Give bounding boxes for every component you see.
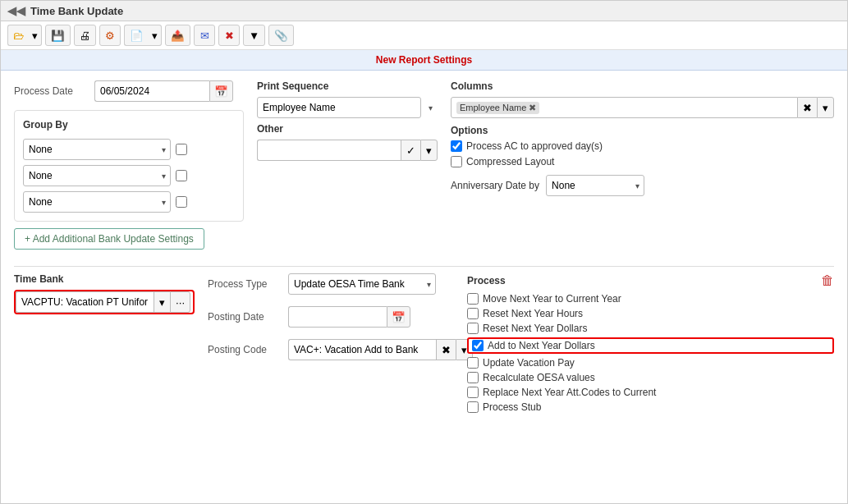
- posting-date-label: Posting Date: [208, 311, 282, 323]
- delete-btn[interactable]: ✖: [218, 25, 240, 46]
- process-option-row-0: Move Next Year to Current Year: [467, 293, 834, 305]
- process-type-label: Process Type: [208, 278, 282, 290]
- posting-date-calendar-btn[interactable]: 📅: [387, 306, 410, 328]
- copy-btn[interactable]: 📄: [124, 25, 149, 46]
- process-type-select[interactable]: Update OESA Time Bank: [288, 273, 436, 295]
- title-bar: ◀◀ Time Bank Update: [1, 1, 847, 21]
- options-title: Options: [451, 125, 834, 136]
- process-option-label-2: Reset Next Year Dollars: [483, 323, 587, 334]
- process-option-label-1: Reset Next Year Hours: [483, 308, 583, 319]
- process-option-label-4: Update Vacation Pay: [483, 357, 575, 369]
- columns-title: Columns: [451, 80, 834, 92]
- posting-code-select[interactable]: VAC+: Vacation Add to Bank: [288, 339, 436, 360]
- folder-dropdown-arrow[interactable]: ▾: [29, 25, 42, 46]
- group-by-checkbox-2[interactable]: [176, 170, 187, 181]
- process-option-label-3: Add to Next Year Dollars: [488, 340, 595, 351]
- copy-dropdown[interactable]: 📄 ▾: [124, 25, 162, 46]
- x-icon: ✖: [225, 30, 234, 42]
- process-option-checkbox-3[interactable]: [472, 340, 484, 351]
- trash-btn[interactable]: 🗑: [821, 273, 834, 288]
- middle-column: Print Sequence Employee Name ▾ Other ✓ ▾: [257, 80, 438, 222]
- back-arrow-icon[interactable]: ◀◀: [7, 4, 25, 17]
- print-section: Print Sequence Employee Name ▾: [257, 80, 438, 118]
- group-row-3: None ▾: [23, 191, 235, 213]
- posting-code-wrap: VAC+: Vacation Add to Bank ✖ ▾: [288, 339, 473, 360]
- columns-tag-input[interactable]: Employee Name ✖: [451, 97, 798, 118]
- bottom-form-grid: Time Bank VACPTU: Vacation PT Unifor ▾ ·…: [14, 273, 834, 413]
- calendar-btn[interactable]: 📅: [209, 80, 233, 102]
- process-right: Process 🗑 Move Next Year to Current Year…: [467, 273, 834, 413]
- process-option-checkbox-6[interactable]: [467, 387, 479, 398]
- columns-section: Columns Employee Name ✖ ✖ ▾: [451, 80, 834, 118]
- option-row-2: Compressed Layout: [451, 156, 834, 167]
- time-bank-dots-btn[interactable]: ···: [170, 291, 190, 313]
- print-icon: 🖨: [80, 30, 90, 42]
- export-btn[interactable]: 📤: [165, 25, 190, 46]
- process-option-checkbox-0[interactable]: [467, 293, 479, 305]
- options-section: Options Process AC to approved day(s) Co…: [451, 125, 834, 196]
- other-check-btn[interactable]: ✓: [401, 140, 420, 161]
- settings-btn[interactable]: ⚙: [99, 25, 121, 46]
- process-date-input[interactable]: [94, 80, 209, 102]
- export-icon: 📤: [171, 30, 185, 42]
- option1-checkbox[interactable]: [451, 140, 462, 152]
- print-sequence-select[interactable]: Employee Name: [257, 97, 421, 118]
- attach-btn[interactable]: 📎: [268, 25, 294, 46]
- time-bank-input-row: VACPTU: Vacation PT Unifor ▾ ···: [14, 290, 195, 314]
- group-row-2: None ▾: [23, 165, 235, 186]
- save-btn[interactable]: 💾: [45, 25, 71, 46]
- posting-code-clear-btn[interactable]: ✖: [436, 339, 456, 360]
- email-btn[interactable]: ✉: [194, 25, 215, 46]
- process-date-row: Process Date 📅: [14, 80, 244, 102]
- group-row-1: None ▾: [23, 139, 235, 160]
- time-bank-title: Time Bank: [14, 273, 195, 285]
- anniversary-date-label: Anniversary Date by: [451, 180, 539, 191]
- group-by-select-3[interactable]: None: [23, 191, 171, 213]
- folder-btn[interactable]: 🗁: [7, 25, 29, 46]
- process-option-checkbox-5[interactable]: [467, 372, 479, 383]
- time-bank-chevron-btn[interactable]: ▾: [154, 291, 170, 313]
- group-by-select-2[interactable]: None: [23, 165, 171, 186]
- process-option-checkbox-1[interactable]: [467, 308, 479, 319]
- process-option-checkbox-2[interactable]: [467, 323, 479, 334]
- process-type-select-wrap: Update OESA Time Bank ▾: [288, 273, 436, 295]
- anniversary-select[interactable]: None: [546, 175, 644, 196]
- posting-date-input[interactable]: [288, 306, 387, 328]
- process-title-row: Process 🗑: [467, 273, 834, 288]
- group-by-select-1[interactable]: None: [23, 139, 171, 160]
- process-option-row-5: Recalculate OESA values: [467, 372, 834, 383]
- posting-date-row: Posting Date 📅: [208, 306, 454, 328]
- other-section: Other ✓ ▾: [257, 123, 438, 161]
- other-title: Other: [257, 123, 438, 135]
- print-btn[interactable]: 🖨: [74, 25, 96, 46]
- option2-checkbox[interactable]: [451, 156, 462, 167]
- other-input-row: ✓ ▾: [257, 140, 438, 161]
- option1-label: Process AC to approved day(s): [466, 140, 603, 152]
- group-by-select-wrap-2: None ▾: [23, 165, 171, 186]
- main-content: Process Date 📅 Group By None ▾: [1, 71, 847, 503]
- report-banner: New Report Settings: [1, 50, 847, 71]
- process-option-checkbox-4[interactable]: [467, 357, 479, 369]
- time-bank-section: Time Bank VACPTU: Vacation PT Unifor ▾ ·…: [14, 273, 195, 413]
- folder-dropdown[interactable]: 🗁 ▾: [7, 25, 42, 46]
- other-down-btn[interactable]: ▾: [420, 140, 438, 161]
- save-icon: 💾: [51, 30, 65, 42]
- anniversary-select-wrap: None ▾: [546, 175, 644, 196]
- right-column: Columns Employee Name ✖ ✖ ▾ Options: [451, 80, 834, 222]
- other-input[interactable]: [257, 140, 401, 161]
- copy-dropdown-arrow[interactable]: ▾: [149, 25, 162, 46]
- group-by-checkbox-1[interactable]: [176, 144, 187, 155]
- columns-down-btn[interactable]: ▾: [817, 97, 834, 118]
- option2-label: Compressed Layout: [466, 156, 554, 167]
- process-option-checkbox-7[interactable]: [467, 401, 479, 413]
- filter-btn[interactable]: ▼: [243, 25, 265, 46]
- columns-clear-btn[interactable]: ✖: [798, 97, 817, 118]
- tag-remove-icon[interactable]: ✖: [529, 103, 536, 113]
- add-settings-btn[interactable]: + Add Additional Bank Update Settings: [14, 228, 204, 250]
- group-by-checkbox-3[interactable]: [176, 196, 187, 208]
- employee-name-tag: Employee Name ✖: [456, 102, 539, 114]
- process-title: Process: [467, 275, 506, 286]
- group-by-select-wrap-3: None ▾: [23, 191, 171, 213]
- time-bank-select[interactable]: VACPTU: Vacation PT Unifor: [16, 291, 154, 313]
- process-option-label-0: Move Next Year to Current Year: [483, 293, 621, 305]
